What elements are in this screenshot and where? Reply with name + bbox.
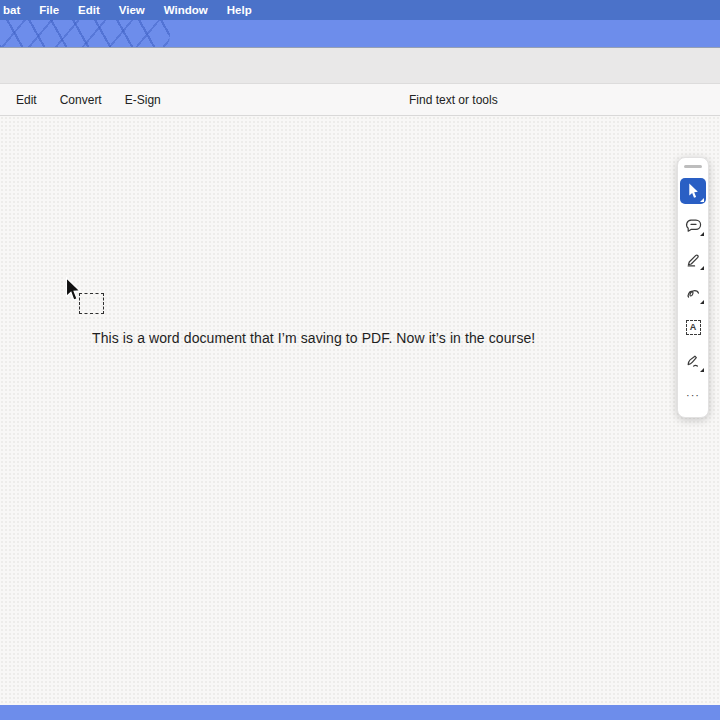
panel-drag-handle[interactable] [684, 165, 702, 168]
bottom-wallpaper-strip [0, 705, 720, 720]
flyout-arrow [700, 368, 704, 372]
comment-tool-button[interactable] [680, 212, 706, 238]
flyout-arrow [700, 198, 704, 202]
draw-tool-button[interactable] [680, 280, 706, 306]
desktop-wallpaper [0, 20, 720, 48]
pdf-page[interactable]: This is a word document that I’m saving … [0, 116, 720, 705]
quick-tools-panel: A ··· [677, 157, 709, 418]
toolbar-edit[interactable]: Edit [16, 93, 37, 107]
highlight-tool-button[interactable] [680, 246, 706, 272]
tab-bar: Microsoft Word - TestD… ✕ + Create ? [0, 48, 720, 84]
document-text: This is a word document that I’m saving … [92, 330, 535, 346]
find-tools-label[interactable]: Find text or tools [409, 93, 498, 107]
toolbar-convert[interactable]: Convert [60, 93, 102, 107]
more-icon: ··· [686, 391, 700, 399]
menu-acrobat[interactable]: bat [3, 4, 20, 16]
flyout-arrow [700, 266, 704, 270]
macos-menubar: bat File Edit View Window Help [0, 0, 720, 20]
acrobat-window: bat File Edit View Window Help Microsoft… [0, 0, 720, 720]
add-text-icon: A [686, 320, 701, 335]
menu-view[interactable]: View [119, 4, 145, 16]
menu-help[interactable]: Help [227, 4, 252, 16]
toolbar-esign[interactable]: E-Sign [125, 93, 161, 107]
select-tool-button[interactable] [680, 178, 706, 204]
fill-sign-tool-button[interactable] [680, 348, 706, 374]
selection-marquee [79, 293, 104, 314]
menu-window[interactable]: Window [164, 4, 208, 16]
document-toolbar: Edit Convert E-Sign Find text or tools [0, 84, 720, 116]
flyout-arrow [700, 232, 704, 236]
menu-edit[interactable]: Edit [78, 4, 100, 16]
select-cursor-icon [687, 183, 700, 199]
menu-file[interactable]: File [39, 4, 59, 16]
more-tools-button[interactable]: ··· [680, 382, 706, 408]
add-text-tool-button[interactable]: A [680, 314, 706, 340]
toolbar-menu: Edit Convert E-Sign [16, 84, 161, 115]
wallpaper-grid-pattern [0, 20, 176, 48]
flyout-arrow [700, 300, 704, 304]
